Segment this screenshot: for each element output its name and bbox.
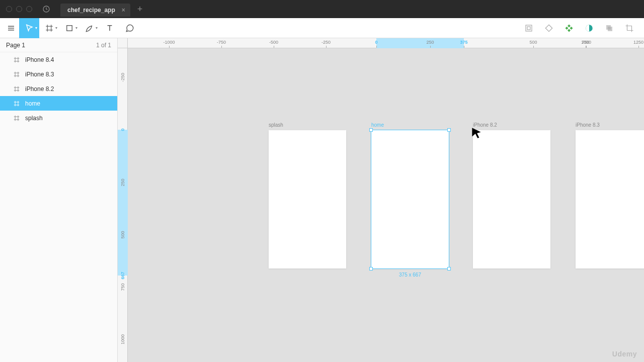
pen-tool-button[interactable]: ▾: [79, 18, 100, 38]
ruler-tick: -750: [217, 40, 226, 45]
artboard-label[interactable]: splash: [269, 122, 283, 128]
select-tool-button[interactable]: ▾: [19, 18, 39, 38]
ruler-tick: 0: [120, 128, 125, 131]
artboard-iphone-8.2[interactable]: iPhone 8.2: [473, 130, 550, 268]
selection-handle[interactable]: [447, 128, 451, 132]
ruler-tick: 1000: [120, 334, 125, 344]
canvas[interactable]: splashhome375 x 667iPhone 8.2iPhone 8.3: [128, 48, 644, 362]
ruler-tick: -250: [321, 40, 331, 45]
ruler-tick: 667: [120, 272, 125, 279]
layer-name: splash: [25, 115, 43, 122]
layer-item-splash[interactable]: splash: [0, 111, 117, 125]
selection-handle[interactable]: [447, 267, 451, 270]
ruler-tick: 250: [426, 40, 434, 45]
ruler-tick: 500: [120, 231, 125, 238]
ruler-tick: 750: [120, 283, 125, 291]
layer-name: iPhone 8.2: [25, 85, 54, 93]
crop-icon[interactable]: [625, 24, 634, 33]
comment-tool-button[interactable]: [120, 18, 140, 38]
svg-rect-12: [527, 27, 530, 30]
mask-icon[interactable]: [585, 24, 594, 33]
artboard-splash[interactable]: splash: [269, 130, 346, 268]
artboard-icon: [13, 71, 20, 78]
layer-item-iphone-8.4[interactable]: iPhone 8.4: [0, 52, 117, 67]
page-count: 1 of 1: [96, 42, 111, 49]
artboard-label[interactable]: home: [371, 122, 384, 128]
maximize-window-button[interactable]: [26, 6, 32, 12]
page-label: Page 1: [6, 42, 25, 49]
ruler-tick: 375: [460, 40, 467, 45]
artboard-label[interactable]: iPhone 8.3: [576, 122, 600, 128]
ruler-tick: -1000: [163, 40, 175, 45]
layer-list: iPhone 8.4iPhone 8.3iPhone 8.2homesplash: [0, 52, 117, 362]
chevron-down-icon: ▾: [55, 26, 57, 30]
hamburger-menu-button[interactable]: [3, 18, 19, 38]
ruler-tick: 1250: [633, 40, 643, 45]
ruler-tick: -250: [120, 73, 125, 82]
chevron-down-icon: ▾: [75, 26, 77, 30]
document-tab[interactable]: chef_recipe_app ×: [60, 4, 130, 17]
close-window-button[interactable]: [6, 6, 12, 12]
artboard-iphone-8.3[interactable]: iPhone 8.3: [576, 130, 644, 268]
rectangle-tool-button[interactable]: ▾: [59, 18, 79, 38]
artboard-icon: [13, 85, 20, 93]
tab-title: chef_recipe_app: [67, 7, 115, 14]
layer-name: home: [25, 100, 40, 107]
frame-tool-button[interactable]: ▾: [39, 18, 59, 38]
ruler-v-highlight: [118, 130, 128, 276]
svg-rect-11: [526, 25, 532, 31]
ruler-vertical: -25002505006677501000: [118, 48, 128, 362]
history-icon[interactable]: [42, 5, 50, 13]
ruler-horizontal: -1000-750-500-250025037550075010001250: [128, 38, 644, 48]
minimize-window-button[interactable]: [16, 6, 22, 12]
artboard-label[interactable]: iPhone 8.2: [473, 122, 497, 128]
layer-name: iPhone 8.3: [25, 71, 54, 78]
layer-item-iphone-8.2[interactable]: iPhone 8.2: [0, 81, 117, 96]
toolbar: ▾ ▾ ▾ ▾: [0, 18, 644, 38]
component-icon[interactable]: [565, 24, 574, 33]
group-selection-icon[interactable]: [524, 24, 533, 33]
chevron-down-icon: ▾: [35, 26, 37, 30]
titlebar: chef_recipe_app × +: [0, 0, 644, 18]
artboard-icon: [13, 100, 20, 107]
window-controls: [6, 6, 32, 12]
ruler-tick: 1000: [581, 40, 591, 45]
svg-rect-8: [67, 25, 72, 31]
ruler-h-highlight: [376, 38, 464, 48]
chevron-down-icon: ▾: [96, 26, 98, 30]
ruler-corner: [118, 38, 128, 48]
union-icon[interactable]: [605, 24, 614, 33]
selection-dimensions: 375 x 667: [399, 272, 421, 278]
artboard-icon: [13, 115, 20, 122]
selection-handle[interactable]: [369, 267, 373, 270]
layer-item-home[interactable]: home: [0, 96, 117, 111]
layer-item-iphone-8.3[interactable]: iPhone 8.3: [0, 67, 117, 81]
ruler-tick: -500: [269, 40, 278, 45]
add-tab-button[interactable]: +: [137, 4, 143, 15]
watermark: Udemy: [612, 350, 637, 358]
layer-name: iPhone 8.4: [25, 56, 54, 63]
artboard-home[interactable]: home375 x 667: [371, 130, 449, 268]
sidebar: Page 1 1 of 1 iPhone 8.4iPhone 8.3iPhone…: [0, 38, 118, 362]
close-tab-icon[interactable]: ×: [122, 7, 125, 14]
ruler-tick: 0: [375, 40, 377, 45]
page-header[interactable]: Page 1 1 of 1: [0, 38, 117, 52]
ruler-tick: 250: [120, 178, 125, 186]
svg-rect-15: [608, 27, 612, 31]
boolean-icon[interactable]: [544, 24, 553, 33]
canvas-area[interactable]: -1000-750-500-250025037550075010001250 -…: [118, 38, 644, 362]
text-tool-button[interactable]: [100, 18, 120, 38]
artboard-icon: [13, 56, 20, 63]
ruler-tick: 500: [529, 40, 537, 45]
selection-handle[interactable]: [369, 128, 373, 132]
